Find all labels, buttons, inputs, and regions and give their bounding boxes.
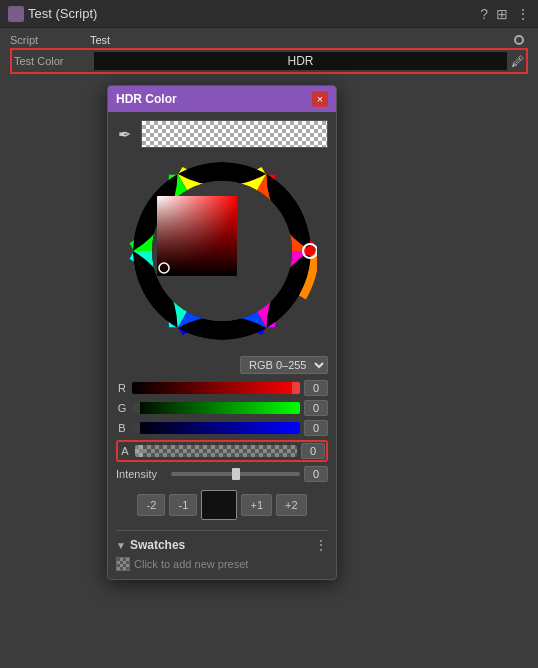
help-button[interactable]: ? — [480, 6, 488, 22]
rgb-mode-select[interactable]: RGB 0–255 — [240, 356, 328, 374]
hdr-dialog-title: HDR Color — [116, 92, 177, 106]
a-slider[interactable] — [135, 445, 297, 457]
layout-button[interactable]: ⊞ — [496, 6, 508, 22]
hue-selector-fill — [305, 246, 315, 256]
swatches-title-row: ▼ Swatches — [116, 538, 185, 552]
a-label: A — [119, 445, 131, 457]
swatches-section: ▼ Swatches ⋮ Click to add new preset — [116, 530, 328, 571]
intensity-row: Intensity — [116, 466, 328, 482]
g-label: G — [116, 402, 128, 414]
a-value[interactable] — [301, 443, 325, 459]
swatches-add-row[interactable]: Click to add new preset — [116, 557, 328, 571]
test-color-container: Test Color HDR 🖉 — [10, 48, 528, 74]
b-slider-track — [132, 422, 300, 434]
inspector-panel: Script Test Test Color HDR 🖉 — [0, 28, 538, 80]
script-label: Script — [10, 34, 90, 46]
exposure-plus2[interactable]: +2 — [276, 494, 307, 516]
g-slider-track — [132, 402, 300, 414]
r-slider-row: R — [116, 380, 328, 396]
intensity-value[interactable] — [304, 466, 328, 482]
g-slider[interactable] — [132, 402, 300, 414]
color-preview — [141, 120, 328, 148]
exposure-zero[interactable] — [201, 490, 237, 520]
eyedropper-button[interactable]: ✒ — [116, 123, 133, 146]
script-circle — [514, 35, 524, 45]
b-slider[interactable] — [132, 422, 300, 434]
r-slider-track — [132, 382, 300, 394]
g-slider-row: G — [116, 400, 328, 416]
hdr-body: ✒ — [108, 112, 336, 579]
swatches-triangle: ▼ — [116, 540, 126, 551]
color-hdr-box[interactable]: HDR — [94, 52, 507, 70]
r-value[interactable] — [304, 380, 328, 396]
swatches-title: Swatches — [130, 538, 185, 552]
test-color-label: Test Color — [14, 55, 94, 67]
hdr-color-dialog: HDR Color × ✒ — [107, 85, 337, 580]
intensity-slider[interactable] — [171, 472, 300, 476]
exposure-minus1[interactable]: -1 — [169, 494, 197, 516]
rgb-mode-row: RGB 0–255 — [116, 356, 328, 374]
swatches-add-icon — [116, 557, 130, 571]
r-slider[interactable] — [132, 382, 300, 394]
b-slider-row: B — [116, 420, 328, 436]
a-slider-row: A — [119, 443, 325, 459]
exposure-plus1[interactable]: +1 — [241, 494, 272, 516]
color-wheel-container[interactable] — [116, 156, 328, 346]
eyedropper-icon[interactable]: 🖉 — [511, 54, 524, 69]
r-label: R — [116, 382, 128, 394]
swatches-header: ▼ Swatches ⋮ — [116, 537, 328, 553]
hdr-close-button[interactable]: × — [312, 91, 328, 107]
color-hdr-label: HDR — [288, 54, 314, 68]
b-label: B — [116, 422, 128, 434]
swatches-menu-button[interactable]: ⋮ — [314, 537, 328, 553]
intensity-label: Intensity — [116, 468, 167, 480]
script-row: Script Test — [10, 34, 528, 46]
window-title: Test (Script) — [28, 6, 480, 21]
b-value[interactable] — [304, 420, 328, 436]
script-value: Test — [90, 34, 110, 46]
alpha-row-highlight: A — [116, 440, 328, 462]
menu-button[interactable]: ⋮ — [516, 6, 530, 22]
g-value[interactable] — [304, 400, 328, 416]
preview-row: ✒ — [116, 120, 328, 148]
hdr-title-bar: HDR Color × — [108, 86, 336, 112]
exposure-row: -2 -1 +1 +2 — [116, 490, 328, 520]
swatches-add-text: Click to add new preset — [134, 558, 248, 570]
a-slider-track — [135, 445, 297, 457]
exposure-minus2[interactable]: -2 — [137, 494, 165, 516]
color-wheel-svg[interactable] — [127, 156, 317, 346]
top-bar-actions: ? ⊞ ⋮ — [480, 6, 530, 22]
sq-black-overlay — [157, 196, 237, 276]
unity-icon — [8, 6, 24, 22]
top-bar: Test (Script) ? ⊞ ⋮ — [0, 0, 538, 28]
